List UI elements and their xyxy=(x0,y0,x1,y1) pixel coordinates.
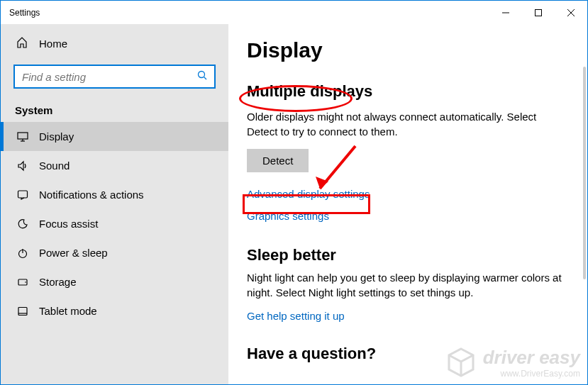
sleep-better-heading: Sleep better xyxy=(247,246,569,264)
storage-icon xyxy=(16,277,29,288)
detect-button[interactable]: Detect xyxy=(247,149,309,172)
sidebar-item-sound[interactable]: Sound xyxy=(1,151,228,180)
sleep-better-desc: Night light can help you get to sleep by… xyxy=(247,270,569,300)
home-nav[interactable]: Home xyxy=(1,30,228,57)
tablet-icon xyxy=(16,306,29,317)
home-label: Home xyxy=(39,38,67,50)
sidebar-item-storage[interactable]: Storage xyxy=(1,267,228,296)
svg-rect-14 xyxy=(18,307,27,315)
multiple-displays-heading: Multiple displays xyxy=(247,82,569,101)
nav-label: Focus assist xyxy=(39,218,98,230)
sidebar: Home System Display Sound Notifications … xyxy=(1,24,228,384)
nav-label: Notifications & actions xyxy=(39,189,144,201)
home-icon xyxy=(16,37,29,50)
sidebar-item-notifications[interactable]: Notifications & actions xyxy=(1,180,228,209)
nav-label: Power & sleep xyxy=(39,247,108,259)
nav-label: Tablet mode xyxy=(39,305,97,317)
advanced-display-settings-link[interactable]: Advanced display settings xyxy=(247,188,370,200)
nav-label: Sound xyxy=(39,160,70,172)
svg-rect-6 xyxy=(18,133,28,139)
focus-assist-icon xyxy=(16,218,29,230)
sidebar-item-display[interactable]: Display xyxy=(1,122,228,151)
notifications-icon xyxy=(16,189,29,201)
search-icon xyxy=(197,70,207,83)
close-button[interactable] xyxy=(555,1,587,24)
sidebar-item-power-sleep[interactable]: Power & sleep xyxy=(1,238,228,267)
svg-point-13 xyxy=(25,281,26,283)
sleep-help-link[interactable]: Get help setting it up xyxy=(247,310,345,322)
sidebar-item-tablet-mode[interactable]: Tablet mode xyxy=(1,296,228,325)
sound-icon xyxy=(16,160,29,172)
display-icon xyxy=(16,131,29,143)
multiple-displays-desc: Older displays might not always connect … xyxy=(247,109,569,139)
minimize-button[interactable] xyxy=(489,1,522,24)
nav-label: Display xyxy=(39,130,74,143)
have-question-heading: Have a question? xyxy=(247,345,569,363)
maximize-button[interactable] xyxy=(522,1,555,24)
nav-label: Storage xyxy=(39,276,77,288)
svg-rect-1 xyxy=(536,9,542,16)
search-input[interactable] xyxy=(22,71,197,83)
section-label: System xyxy=(1,99,228,122)
svg-rect-9 xyxy=(18,191,28,198)
svg-line-5 xyxy=(204,77,207,80)
page-title: Display xyxy=(247,38,569,62)
graphics-settings-link[interactable]: Graphics settings xyxy=(247,210,329,222)
sidebar-item-focus-assist[interactable]: Focus assist xyxy=(1,209,228,238)
power-icon xyxy=(16,247,29,259)
scrollbar[interactable] xyxy=(583,67,586,279)
window-title: Settings xyxy=(1,8,489,18)
svg-point-4 xyxy=(199,72,205,78)
main-content: Display Multiple displays Older displays… xyxy=(228,24,587,384)
search-box[interactable] xyxy=(13,65,216,89)
